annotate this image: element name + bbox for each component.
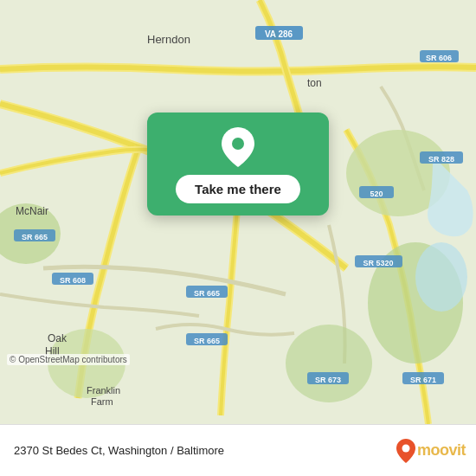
moovit-logo: moovit xyxy=(396,439,466,463)
moovit-pin-icon xyxy=(396,439,415,463)
take-me-there-button[interactable]: Take me there xyxy=(176,175,300,203)
svg-text:Farm: Farm xyxy=(91,396,113,407)
bottom-bar: 2370 St Bedes Ct, Washington / Baltimore… xyxy=(0,424,476,476)
address-label: 2370 St Bedes Ct, Washington / Baltimore xyxy=(14,444,396,457)
map-attribution: © OpenStreetMap contributors xyxy=(7,354,130,365)
svg-text:SR 608: SR 608 xyxy=(60,276,86,285)
svg-text:SR 671: SR 671 xyxy=(410,376,436,384)
svg-text:McNair: McNair xyxy=(16,205,48,217)
location-pin-icon xyxy=(217,126,259,168)
svg-point-36 xyxy=(232,138,244,150)
svg-point-6 xyxy=(415,242,467,312)
svg-text:Oak: Oak xyxy=(48,332,68,344)
svg-text:SR 673: SR 673 xyxy=(315,376,341,384)
svg-text:SR 665: SR 665 xyxy=(194,289,220,298)
svg-text:ton: ton xyxy=(307,77,322,89)
location-card: Take me there xyxy=(147,113,329,215)
svg-text:SR 665: SR 665 xyxy=(22,233,48,241)
svg-text:SR 606: SR 606 xyxy=(426,54,452,62)
svg-text:Herndon: Herndon xyxy=(147,33,190,46)
svg-point-5 xyxy=(286,325,372,402)
svg-text:SR 665: SR 665 xyxy=(194,337,220,345)
moovit-wordmark: moovit xyxy=(417,441,466,460)
map-container: VA 286 SR 606 SR 828 SR 665 SR 608 SR 66… xyxy=(0,0,476,424)
svg-text:SR 5320: SR 5320 xyxy=(363,259,393,267)
svg-text:VA 286: VA 286 xyxy=(265,29,293,39)
svg-point-37 xyxy=(402,444,409,452)
svg-text:SR 828: SR 828 xyxy=(428,155,454,164)
svg-text:Franklin: Franklin xyxy=(87,385,120,396)
svg-text:520: 520 xyxy=(370,190,383,198)
